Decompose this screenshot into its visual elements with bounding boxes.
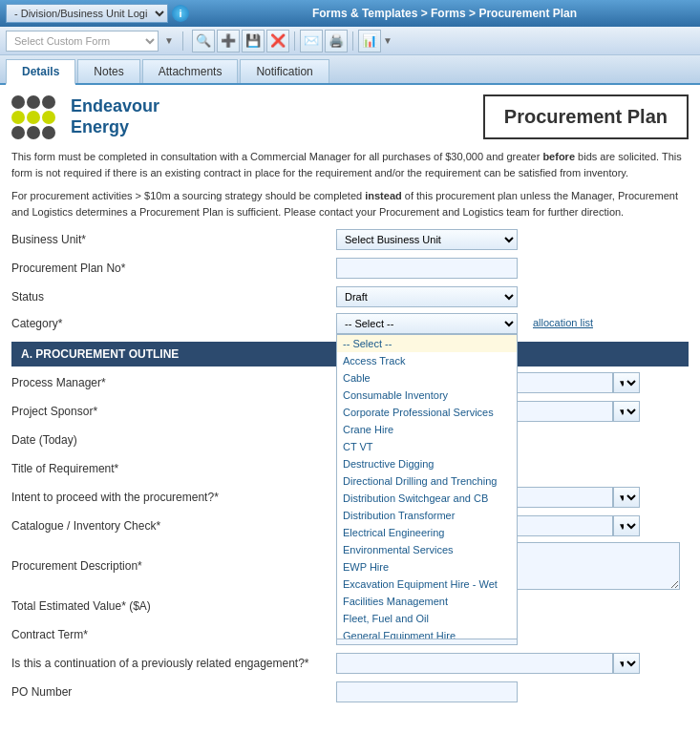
tab-details[interactable]: Details [6, 59, 75, 85]
procurement-plan-no-control [336, 258, 689, 279]
status-label: Status [11, 290, 336, 304]
logo-circle-1 [11, 95, 25, 109]
procurement-plan-no-input[interactable] [336, 258, 518, 279]
title-bar: - Division/Business Unit Login - i Forms… [0, 0, 700, 27]
procurement-desc-label: Procurement Description* [11, 559, 336, 573]
toolbar-icons: 🔍 ➕ 💾 ❌ ✉️ 🖨️ 📊 ▼ [192, 30, 392, 52]
main-content: Endeavour Energy Procurement Plan This f… [0, 85, 700, 718]
continuation-label: Is this a continuation of a previously r… [11, 657, 336, 670]
dropdown-item-destructive[interactable]: Destructive Digging [337, 455, 517, 472]
logo-circles [11, 95, 63, 139]
dropdown-item-crane[interactable]: Crane Hire [337, 421, 517, 438]
add-button[interactable]: ➕ [217, 30, 240, 52]
breadcrumb: Forms & Templates > Forms > Procurement … [195, 7, 694, 20]
logo-circle-5 [27, 111, 40, 124]
division-select[interactable]: - Division/Business Unit Login - [6, 4, 168, 23]
catalogue-label: Catalogue / Inventory Check* [11, 519, 336, 533]
intent-select[interactable]: ▼ [613, 487, 640, 508]
category-dropdown-wrapper: -- Select -- -- Select -- Access Track C… [336, 313, 518, 334]
dropdown-item-environmental[interactable]: Environmental Services [337, 541, 517, 558]
dropdown-item-access-track[interactable]: Access Track [337, 352, 517, 369]
tab-notification[interactable]: Notification [240, 59, 329, 83]
po-number-label: PO Number [11, 685, 336, 699]
dropdown-item-distribution-transformer[interactable]: Distribution Transformer [337, 507, 517, 524]
status-select[interactable]: Draft Submitted Approved Rejected [336, 286, 518, 307]
category-label: Category* [11, 313, 336, 330]
logo-circle-2 [27, 95, 40, 109]
continuation-input[interactable] [336, 653, 613, 674]
notice-1: This form must be completed in consultat… [11, 149, 689, 180]
dropdown-item-consumable[interactable]: Consumable Inventory [337, 387, 517, 404]
logo-text: Endeavour Energy [71, 96, 159, 137]
process-manager-select[interactable]: ▼ [613, 372, 640, 393]
total-value-label: Total Estimated Value* ($A) [11, 599, 336, 613]
separator-1 [182, 31, 183, 51]
logo-circle-4 [11, 111, 25, 124]
dropdown-item-select[interactable]: -- Select -- [337, 335, 517, 352]
form-title: Procurement Plan [483, 94, 689, 139]
dropdown-item-electrical[interactable]: Electrical Engineering [337, 524, 517, 541]
title-bar-left: - Division/Business Unit Login - i [6, 4, 189, 23]
logo-circle-3 [42, 95, 55, 109]
date-today-label: Date (Today) [11, 433, 336, 447]
continuation-row: Is this a continuation of a previously r… [11, 651, 689, 676]
business-unit-label: Business Unit* [11, 233, 336, 246]
dropdown-item-fleet[interactable]: Fleet, Fuel and Oil [337, 610, 517, 627]
separator-3 [352, 31, 353, 51]
separator-2 [294, 31, 295, 51]
export-button[interactable]: 📊 [358, 30, 381, 52]
form-header: Endeavour Energy Procurement Plan [11, 94, 689, 139]
logo-circle-6 [42, 111, 55, 124]
dropdown-item-corporate[interactable]: Corporate Professional Services [337, 404, 517, 421]
save-button[interactable]: 💾 [242, 30, 265, 52]
catalogue-select[interactable]: ▼ [613, 515, 640, 536]
dropdown-item-facilities[interactable]: Facilities Management [337, 593, 517, 610]
dropdown-item-ct-vt[interactable]: CT VT [337, 438, 517, 455]
status-row: Status Draft Submitted Approved Rejected [11, 284, 689, 309]
info-icon[interactable]: i [172, 5, 189, 22]
category-row: Category* -- Select -- -- Select -- Acce… [11, 313, 689, 334]
business-unit-select[interactable]: Select Business Unit [336, 229, 518, 250]
business-unit-control: Select Business Unit [336, 229, 689, 250]
dropdown-item-excavation[interactable]: Excavation Equipment Hire - Wet [337, 576, 517, 593]
po-number-input[interactable] [336, 681, 518, 702]
notice-2: For procurement activities > $10m a sour… [11, 188, 689, 220]
dropdown-item-cable[interactable]: Cable [337, 369, 517, 387]
chevron-down-icon: ▼ [164, 35, 174, 46]
po-number-control [336, 681, 689, 702]
dropdown-item-distribution-switch[interactable]: Distribution Switchgear and CB [337, 490, 517, 507]
process-manager-label: Process Manager* [11, 376, 336, 389]
delete-button[interactable]: ❌ [266, 30, 289, 52]
tab-attachments[interactable]: Attachments [142, 59, 239, 83]
continuation-control: ▼ [336, 653, 689, 674]
business-unit-row: Business Unit* Select Business Unit [11, 227, 689, 252]
allocation-link[interactable]: allocation list [533, 313, 593, 328]
logo-circle-9 [42, 126, 55, 139]
logo-circle-7 [11, 126, 25, 139]
dropdown-item-directional[interactable]: Directional Drilling and Trenching [337, 472, 517, 490]
custom-form-select[interactable]: Select Custom Form [6, 31, 159, 52]
export-chevron-icon: ▼ [383, 35, 392, 46]
category-dropdown-list[interactable]: -- Select -- Access Track Cable Consumab… [336, 334, 518, 639]
logo-area: Endeavour Energy [11, 95, 159, 139]
logo-circle-8 [27, 126, 40, 139]
tabs: Details Notes Attachments Notification [0, 55, 700, 85]
po-number-row: PO Number [11, 680, 689, 704]
procurement-plan-no-label: Procurement Plan No* [11, 262, 336, 275]
dropdown-item-general-equipment[interactable]: General Equipment Hire [337, 627, 517, 639]
continuation-select[interactable]: ▼ [613, 653, 640, 674]
dropdown-item-ewp[interactable]: EWP Hire [337, 558, 517, 576]
status-control: Draft Submitted Approved Rejected [336, 286, 689, 307]
intent-label: Intent to proceed with the procurement?* [11, 491, 336, 504]
email-button[interactable]: ✉️ [300, 30, 323, 52]
procurement-plan-no-row: Procurement Plan No* [11, 256, 689, 281]
tab-notes[interactable]: Notes [77, 59, 139, 83]
title-requirement-label: Title of Requirement* [11, 462, 336, 475]
project-sponsor-label: Project Sponsor* [11, 405, 336, 418]
contract-term-label: Contract Term* [11, 628, 336, 641]
search-button[interactable]: 🔍 [192, 30, 215, 52]
print-button[interactable]: 🖨️ [325, 30, 348, 52]
project-sponsor-select[interactable]: ▼ [613, 401, 640, 422]
category-select[interactable]: -- Select -- [336, 313, 518, 334]
toolbar: Select Custom Form ▼ 🔍 ➕ 💾 ❌ ✉️ 🖨️ 📊 ▼ [0, 27, 700, 55]
